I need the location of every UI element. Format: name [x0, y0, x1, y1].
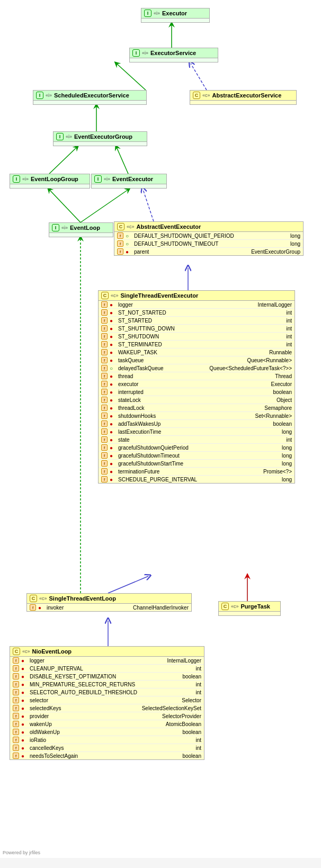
- stee-row-5: f ● ST_TERMINATED int: [99, 341, 295, 348]
- ee-box: I «i» EventExecutor: [91, 174, 167, 189]
- stee-row-15: f ● addTaskWakesUp boolean: [99, 420, 295, 428]
- executorservice-header: I «i» ExecutorService: [130, 48, 218, 58]
- stel-label: SingleThreadEventLoop: [49, 595, 117, 602]
- stee-row-8: f ○ delayedTaskQueue Queue<ScheduledFutu…: [99, 364, 295, 372]
- stee-header: C «c» SingleThreadEventExecutor: [99, 291, 295, 301]
- aee-box: C «c» AbstractEventExecutor f ○ DEFAULT_…: [114, 221, 304, 256]
- aee-ftype-0: long: [290, 233, 300, 239]
- stee-stereo: «c»: [111, 293, 119, 298]
- stel-header: C «c» SingleThreadEventLoop: [27, 594, 191, 604]
- stee-row-1: f ● ST_NOT_STARTED int: [99, 309, 295, 317]
- stee-row-21: f ● terminationFuture Promise<?>: [99, 468, 295, 476]
- stee-row-13: f ● threadLock Semaphore: [99, 404, 295, 412]
- stee-row-20: f ● gracefulShutdownStartTime long: [99, 460, 295, 468]
- svg-line-2: [191, 64, 207, 90]
- nel-row-6: f ● selectedKeys SelectedSelectionKeySet: [10, 704, 204, 712]
- nel-row-7: f ● provider SelectorProvider: [10, 712, 204, 720]
- nel-row-12: f ● needsToSelectAgain boolean: [10, 752, 204, 759]
- elg-label: EventLoopGroup: [31, 176, 78, 182]
- eeg-header: I «i» EventExecutorGroup: [54, 132, 147, 142]
- stee-row-16: f ● lastExecutionTime long: [99, 428, 295, 436]
- stee-row-2: f ● ST_STARTED int: [99, 317, 295, 325]
- ses-label: ScheduledExecutorService: [54, 92, 129, 99]
- elg-badge: I: [13, 175, 20, 183]
- stee-row-3: f ● ST_SHUTTING_DOWN int: [99, 325, 295, 333]
- nel-row-10: f ● ioRatio int: [10, 736, 204, 744]
- nel-row-3: f ● MIN_PREMATURE_SELECTOR_RETURNS int: [10, 681, 204, 688]
- aee-fname-0: DEFAULT_SHUTDOWN_QUIET_PERIOD: [134, 233, 234, 239]
- el-stereo: «i»: [61, 225, 68, 230]
- aee-vis-1: ○: [126, 241, 132, 247]
- aee-vis-2: ●: [126, 249, 132, 255]
- abstract-es-box: C «c» AbstractExecutorService: [190, 90, 297, 105]
- elg-box: I «i» EventLoopGroup: [10, 174, 90, 189]
- stee-row-7: f ● taskQueue Queue<Runnable>: [99, 356, 295, 364]
- aee-badge: C: [117, 223, 124, 230]
- abstract-es-header: C «c» AbstractExecutorService: [190, 91, 296, 101]
- purgetask-label: PurgeTask: [241, 603, 270, 610]
- stee-row-9: f ● thread Thread: [99, 372, 295, 380]
- stee-row-11: f ● interrupted boolean: [99, 388, 295, 396]
- elg-stereo: «i»: [22, 176, 29, 182]
- diagram-container: I «i» Executor I «i» ExecutorService I «…: [0, 0, 321, 858]
- aes-label: AbstractExecutorService: [212, 92, 282, 99]
- nel-box: C «c» NioEventLoop f ● logger InternalLo…: [10, 646, 204, 760]
- ee-badge: I: [94, 175, 102, 183]
- aee-ftype-1: long: [290, 241, 300, 247]
- scheduled-es-box: I «i» ScheduledExecutorService: [33, 90, 147, 105]
- stel-badge: C: [30, 595, 37, 602]
- purgetask-stereo: «c»: [231, 604, 239, 609]
- stee-row-17: f ● state int: [99, 436, 295, 444]
- stee-label: SingleThreadEventExecutor: [121, 292, 199, 299]
- stee-row-22: f ● SCHEDULE_PURGE_INTERVAL long: [99, 476, 295, 483]
- nel-label: NioEventLoop: [32, 648, 72, 655]
- executorservice-box: I «i» ExecutorService: [129, 48, 218, 62]
- nel-row-8: f ● wakenUp AtomicBoolean: [10, 720, 204, 728]
- stee-row-18: f ● gracefulShutdownQuietPeriod long: [99, 444, 295, 452]
- stee-row-10: f ● executor Executor: [99, 380, 295, 388]
- nel-row-9: f ● oldWakenUp boolean: [10, 728, 204, 736]
- executor-box: I «i» Executor: [141, 8, 210, 23]
- svg-line-11: [108, 576, 148, 593]
- stee-row-4: f ● ST_SHUTDOWN int: [99, 333, 295, 341]
- stee-box: C «c» SingleThreadEventExecutor f ● logg…: [98, 290, 295, 484]
- stee-row-6: f ● WAKEUP_TASK Runnable: [99, 348, 295, 356]
- nel-badge: C: [13, 648, 20, 655]
- purgetask-header: C «c» PurgeTask: [219, 602, 280, 612]
- nel-row-11: f ● cancelledKeys int: [10, 744, 204, 752]
- stee-row-0: f ● logger InternalLogger: [99, 301, 295, 309]
- elg-header: I «i» EventLoopGroup: [10, 174, 90, 184]
- executorservice-badge: I: [132, 49, 140, 57]
- executor-badge: I: [144, 10, 151, 17]
- aee-ftype-2: EventExecutorGroup: [251, 249, 300, 255]
- nel-row-4: f ● SELECTOR_AUTO_REBUILD_THRESHOLD int: [10, 688, 204, 696]
- eeg-box: I «i» EventExecutorGroup: [53, 131, 147, 146]
- nel-row-5: f ● selector Selector: [10, 696, 204, 704]
- eeg-stereo: «i»: [66, 134, 72, 139]
- aee-fb-0: f: [117, 232, 123, 239]
- svg-line-1: [117, 64, 146, 90]
- aee-fname-1: DEFAULT_SHUTDOWN_TIMEOUT: [134, 241, 218, 247]
- aee-row-1: f ○ DEFAULT_SHUTDOWN_TIMEOUT long: [114, 240, 303, 248]
- aee-row-0: f ○ DEFAULT_SHUTDOWN_QUIET_PERIOD long: [114, 232, 303, 240]
- nel-row-1: f ● CLEANUP_INTERVAL int: [10, 665, 204, 673]
- nel-header: C «c» NioEventLoop: [10, 647, 204, 657]
- eeg-badge: I: [56, 133, 64, 140]
- el-box: I «i» EventLoop: [49, 222, 113, 237]
- svg-line-8: [143, 190, 154, 221]
- stee-row-12: f ● stateLock Object: [99, 396, 295, 404]
- eeg-label: EventExecutorGroup: [74, 133, 132, 140]
- aee-vis-0: ○: [126, 233, 132, 239]
- el-badge: I: [52, 224, 59, 231]
- stee-badge: C: [101, 292, 109, 299]
- aee-fname-2: parent: [134, 249, 149, 255]
- executor-stereotype: «i»: [154, 11, 160, 16]
- svg-line-6: [49, 190, 81, 222]
- aee-row-2: f ● parent EventExecutorGroup: [114, 248, 303, 255]
- ee-label: EventExecutor: [112, 176, 153, 182]
- es-stereo: «i»: [142, 50, 148, 56]
- el-label: EventLoop: [70, 225, 100, 231]
- aee-stereo: «c»: [127, 224, 135, 229]
- stel-box: C «c» SingleThreadEventLoop f ● invoker …: [26, 593, 192, 612]
- aee-fb-2: f: [117, 248, 123, 255]
